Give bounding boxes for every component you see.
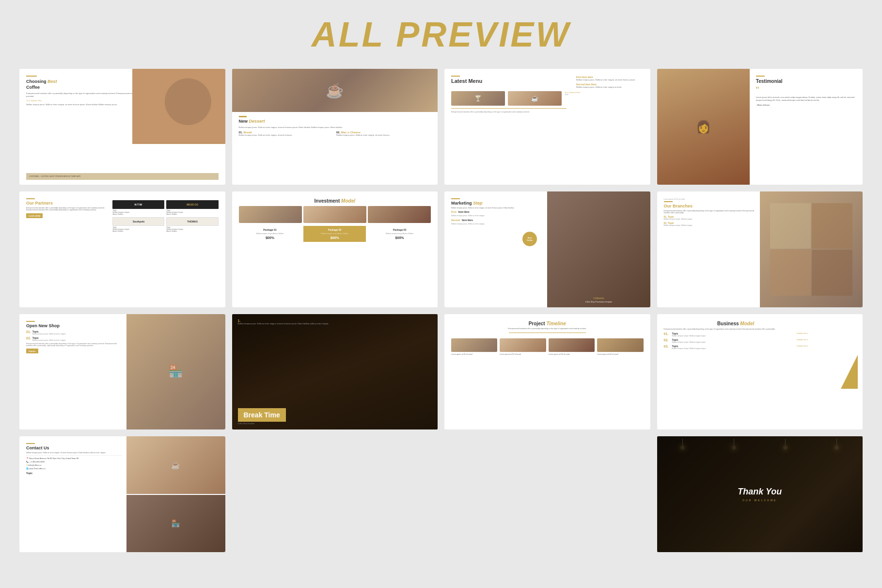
slide-5-partner-ntw: NTW TopicNullam tempus torqueAuctor Null… [112, 200, 164, 215]
slide-1-image [132, 69, 225, 144]
slide-12-items: 01. Topic Nullam tempus torque. Nullam m… [664, 332, 808, 350]
slide-8-item2: 02. Topic Nullam tempus torque. Nullam m… [664, 222, 756, 226]
slide-choosing-best-coffee[interactable]: Choosing BestCoffee Entrepreneurial acti… [19, 69, 225, 185]
slide-5-layout: Our Partners Entrepreneurial activities … [26, 198, 219, 232]
slide-11-labels: Lorem ipsum sit 01 sd email Lorem ipsum … [451, 353, 644, 355]
slide-2-body: Nullam tempus purus. Nulla ac tortor mag… [239, 126, 431, 129]
slide-5-button[interactable]: CLICK HERE [26, 213, 43, 218]
slide-11-title-wrap: Project Timeline [451, 321, 644, 326]
slide-2-item1: 01. Bread Nullam tempus purus. Nulla ac … [239, 131, 333, 137]
slide-3-img2: ☕ [508, 91, 562, 106]
slide-10-footer: Coffee Shop Template [238, 423, 286, 425]
slide-our-branches[interactable]: Lorem ipsum sit 01 sd email Our Branches… [657, 191, 863, 307]
slide-10-number: 1. [238, 319, 432, 322]
slide-5-title: Our Partners [26, 201, 109, 206]
slide-9-item2: 02. Topic Nullam tempus purus. Nulla ac … [26, 336, 122, 341]
slide-1-bottom-text: COFFEMIX - COFFEE SHOP PRESENTATION TEMP… [29, 175, 80, 177]
slide-7-badge: BestCoffee [522, 232, 537, 246]
slide-5-line [26, 198, 35, 199]
slide-3-menu-row: 🍸 ☕ Your Caption Here Topic [451, 91, 644, 106]
slide-contact-us[interactable]: ☕ 🏪 Contact Us Nullam tempus purus. Null… [19, 436, 225, 552]
slide-5-right: NTW TopicNullam tempus torqueAuctor Null… [112, 198, 218, 232]
slide-12-title: Business Model [717, 321, 754, 326]
slide-8-content: Lorem ipsum sit 01 sd email Our Branches… [664, 198, 756, 226]
slide-5-partner-mojo: MOJO CO TopicNullam tempus torqueAuctor … [166, 200, 218, 215]
slide-new-dessert[interactable]: 🍰 New Dessert Nullam tempus purus. Nulla… [232, 69, 438, 185]
slide-latest-menu[interactable]: Latest Menu First Item Here Nullam tempu… [444, 69, 650, 185]
slide-8-body: Entrepreneurial activities offer a poten… [664, 210, 756, 214]
slide-10-content: 1. Nullam tempus purus. Nulla ac tortor … [232, 314, 438, 430]
slide-testimonial[interactable]: 👩 Testimonial " Lorem ipsum dolor sit am… [657, 69, 863, 185]
slide-9-content: Open New Shop 01. Topic Nullam tempus pu… [26, 321, 122, 353]
slide-3-img1: 🍸 [451, 91, 505, 106]
slide-4-quote: Lorem ipsum dolor sit amet, cros ectetur… [756, 96, 856, 102]
slide-5-left: Our Partners Entrepreneurial activities … [26, 198, 109, 232]
slide-13-email: ✉ hello@office.co [26, 464, 122, 466]
slide-2-title-plain: New [239, 119, 249, 124]
slide-1-accent-line [26, 76, 37, 77]
slide-6-title: Investment Model [239, 198, 431, 204]
slide-13-body: Nullam tempus purus. Nulla ac tortor mag… [26, 452, 122, 454]
slide-marketing-step[interactable]: CoffeemixCoffee Shop Presentation Templa… [444, 191, 650, 307]
slide-3-header: Latest Menu First Item Here Nullam tempu… [451, 76, 644, 88]
slide-1-title-plain: Choosing [26, 79, 47, 84]
slide-11-title: Project Timeline [451, 321, 644, 326]
slide-7-title: Marketing Step [451, 201, 543, 206]
slide-7-content: Marketing Step Nullam tempus purus. Null… [451, 198, 543, 225]
slide-thank-you[interactable]: Thank You OUR WELCOME [657, 436, 863, 552]
slide-12-item2: 02. Topic Nullam tempus torque. Nullam m… [664, 338, 808, 343]
slide-4-image: 👩 [657, 69, 750, 185]
slide-7-image: CoffeemixCoffee Shop Presentation Templa… [547, 191, 650, 307]
slide-8-small: Lorem ipsum sit 01 sd email [664, 198, 756, 200]
slide-10-break-box: Break Time Coffee Shop Template [238, 408, 286, 425]
slide-11-images [451, 338, 644, 352]
slide-3-col2-text: Nullam tempus purus. Nulla ac tortor mag… [576, 86, 644, 88]
slide-11-divider [509, 333, 586, 333]
slide-9-button[interactable]: Subtitle [26, 349, 38, 353]
slide-our-partners[interactable]: Our Partners Entrepreneurial activities … [19, 191, 225, 307]
slide-business-model[interactable]: Business Model Entrepreneurial activitie… [657, 314, 863, 430]
slide-8-title: Our Branches [664, 204, 756, 208]
slide-2-image: 🍰 [232, 69, 438, 112]
slide-13-title: Contact Us [26, 445, 122, 450]
slide-6-pkg1: Package 01 Nullam tempus torque Auctor N… [239, 226, 301, 242]
slide-7-item1-text: Nullam tempus purus. Nulla ac tortor mag… [451, 215, 543, 217]
slide-3-title: Latest Menu [451, 78, 482, 84]
slide-12-body: Entrepreneurial activities offer a poten… [664, 328, 808, 330]
slide-2-item1-text: Nullam tempus purus. Nulla ac tortor mag… [239, 134, 333, 137]
slide-13-address: 📍 Berry Street Avenue Tel 99 New York Ci… [26, 457, 122, 460]
slide-5-partner-thomas: THOMAS TopicNullam tempus torqueAuctor N… [166, 217, 218, 232]
slide-break-time[interactable]: 1. Nullam tempus purus. Nulla ac tortor … [232, 314, 438, 430]
slide-6-images [239, 206, 431, 223]
slide-10-break-inner: Break Time [238, 408, 286, 422]
slide-6-pkg2: Package 02 Nullam tempus torque Auctor N… [303, 226, 366, 242]
slide-12-item3: 03. Topic Nullam tempus torque. Nullam m… [664, 345, 808, 350]
slide-5-body: Entrepreneurial activities offer a poten… [26, 207, 109, 211]
slide-1-bottom-bar: COFFEMIX - COFFEE SHOP PRESENTATION TEMP… [26, 173, 219, 180]
slide-2-item2-text: Nullam tempus purus. Nulla ac tortor mag… [336, 134, 431, 137]
slide-6-packages: Package 01 Nullam tempus torque Auctor N… [239, 226, 431, 242]
slide-13-content: Contact Us Nullam tempus purus. Nulla ac… [26, 443, 122, 475]
slide-13-images: ☕ 🏪 [126, 436, 225, 552]
slide-13-line [26, 443, 35, 444]
slide-2-tag [239, 116, 247, 117]
slide-11-body: Entrepreneurial activities offer a poten… [451, 328, 644, 330]
slide-9-item1: 01. Topic Nullam tempus purus. Nulla ac … [26, 330, 122, 335]
slide-12-triangle [841, 355, 858, 389]
slide-open-new-shop[interactable]: 🏪 Open New Shop 01. Topic Nullam tempus … [19, 314, 225, 430]
slide-7-line [451, 198, 460, 199]
slide-10-title: Break Time [244, 411, 280, 419]
slide-investment-model[interactable]: Investment Model Package 01 Nullam tempu… [232, 191, 438, 307]
slide-7-item2-text: Nullam tempus purus. Nulla ac tortor mag… [451, 223, 543, 225]
slide-8-image [760, 191, 863, 307]
slide-10-subtext: Nullam tempus purus. Nulla ac tortor mag… [238, 322, 432, 325]
slide-3-line [451, 76, 460, 77]
slide-13-divider1 [26, 455, 122, 456]
slide-8-item1: 01. Topic Nullam tempus torque. Nullam m… [664, 215, 756, 220]
slide-2-items: 01. Bread Nullam tempus purus. Nulla ac … [239, 131, 431, 137]
slide-7-item2: Second Item Here [451, 219, 543, 222]
slide-2-item2: 02. Mac n Cheese Nullam tempus purus. Nu… [336, 131, 431, 137]
slide-14-subtitle: OUR WELCOME [742, 499, 777, 502]
page-title: ALL PREVIEW [19, 15, 863, 54]
slide-project-timeline[interactable]: Project Timeline Entrepreneurial activit… [444, 314, 650, 430]
